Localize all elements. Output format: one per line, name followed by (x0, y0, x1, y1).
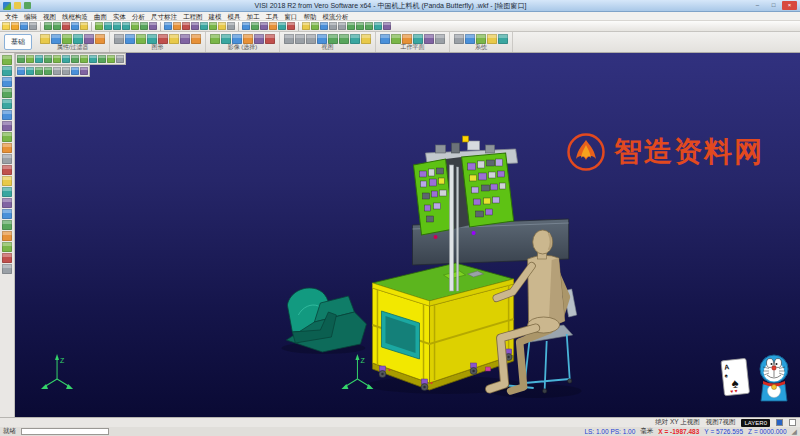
array-icon[interactable] (278, 22, 286, 30)
attribute-edit-icon[interactable] (40, 34, 50, 44)
point-icon[interactable] (2, 66, 12, 76)
snap-origin-icon[interactable] (107, 55, 115, 63)
menu-item-4[interactable]: 线框构造 (59, 12, 91, 21)
match-properties-icon[interactable] (73, 34, 83, 44)
properties-icon[interactable] (62, 34, 72, 44)
view-previous-icon[interactable] (53, 67, 61, 75)
snap-center-icon[interactable] (35, 55, 43, 63)
polyline-icon[interactable] (140, 22, 148, 30)
quick-undo-icon[interactable] (24, 2, 31, 9)
point-icon[interactable] (95, 22, 103, 30)
undo-icon[interactable] (44, 22, 52, 30)
menu-item-14[interactable]: 窗口 (282, 12, 301, 21)
layer-filter-icon[interactable] (84, 34, 94, 44)
scale-icon[interactable] (269, 22, 277, 30)
new-file-icon[interactable] (2, 22, 10, 30)
snap-node-icon[interactable] (80, 55, 88, 63)
solid-icon[interactable] (173, 22, 181, 30)
deselect-all-icon[interactable] (265, 34, 275, 44)
extend-icon[interactable] (2, 176, 12, 186)
snap-perpendicular-icon[interactable] (71, 55, 79, 63)
zoom-window-icon[interactable] (328, 34, 338, 44)
redo-icon[interactable] (53, 22, 61, 30)
snap-tangent-icon[interactable] (62, 55, 70, 63)
select-window-icon[interactable] (210, 34, 220, 44)
machine-table-model[interactable] (372, 263, 513, 390)
close-button[interactable]: × (782, 1, 797, 10)
select-icon[interactable] (2, 55, 12, 65)
zoom-fit-icon[interactable] (339, 34, 349, 44)
zoom-out-icon[interactable] (356, 22, 364, 30)
workplane-xz-icon[interactable] (391, 34, 401, 44)
move-icon[interactable] (2, 209, 12, 219)
units-icon[interactable] (487, 34, 497, 44)
background-icon[interactable] (180, 34, 190, 44)
lighting-icon[interactable] (169, 34, 179, 44)
units-indicator[interactable]: 毫米 (640, 427, 653, 436)
grid-icon[interactable] (465, 34, 475, 44)
transparency-icon[interactable] (147, 34, 157, 44)
snap-quadrant-icon[interactable] (53, 55, 61, 63)
render-icon[interactable] (383, 22, 391, 30)
view-isometric-icon[interactable] (317, 34, 327, 44)
filter-icon[interactable] (51, 34, 61, 44)
snap-off-icon[interactable] (116, 55, 124, 63)
line-icon[interactable] (2, 77, 12, 87)
arc-icon[interactable] (113, 22, 121, 30)
chamfer-icon[interactable] (218, 22, 226, 30)
snap-intersection-icon[interactable] (44, 55, 52, 63)
view-top-icon[interactable] (284, 34, 294, 44)
orbit-view-icon[interactable] (17, 67, 25, 75)
shaded-view-icon[interactable] (125, 34, 135, 44)
shade-toggle-icon[interactable] (80, 67, 88, 75)
settings-icon[interactable] (454, 34, 464, 44)
fillet-icon[interactable] (209, 22, 217, 30)
workplane-3points-icon[interactable] (413, 34, 423, 44)
invert-selection-icon[interactable] (254, 34, 264, 44)
menu-item-6[interactable]: 实体 (110, 12, 129, 21)
pan-view-icon[interactable] (26, 67, 34, 75)
shell-icon[interactable] (227, 22, 235, 30)
menu-item-1[interactable]: 文件 (2, 12, 21, 21)
car-seat-model[interactable] (286, 288, 366, 352)
minimize-button[interactable]: – (750, 1, 765, 10)
circle-icon[interactable] (122, 22, 130, 30)
menu-item-13[interactable]: 工具 (263, 12, 282, 21)
active-view[interactable]: 视图7视图 (706, 418, 736, 427)
zoom-extents-icon[interactable] (44, 67, 52, 75)
previous-view-icon[interactable] (361, 34, 371, 44)
view-iso-icon[interactable] (338, 22, 346, 30)
select-chain-icon[interactable] (221, 34, 231, 44)
extrude-icon[interactable] (182, 22, 190, 30)
view-iso-shortcut-icon[interactable] (71, 67, 79, 75)
zoom-dynamic-icon[interactable] (35, 67, 43, 75)
color-swatch-white[interactable] (789, 419, 796, 426)
workplane-reset-icon[interactable] (435, 34, 445, 44)
menu-item-9[interactable]: 工程图 (180, 12, 206, 21)
quick-save-icon[interactable] (14, 2, 21, 9)
undo-icon[interactable] (2, 264, 12, 274)
print-icon[interactable] (29, 22, 37, 30)
revolve-icon[interactable] (191, 22, 199, 30)
menu-item-16[interactable]: 模流分析 (320, 12, 352, 21)
zoom-fit-icon[interactable] (365, 22, 373, 30)
sweep-icon[interactable] (200, 22, 208, 30)
dimension-icon[interactable] (311, 22, 319, 30)
material-icon[interactable] (191, 34, 201, 44)
cut-icon[interactable] (62, 22, 70, 30)
zoom-in-icon[interactable] (347, 22, 355, 30)
rectangle-icon[interactable] (131, 22, 139, 30)
mirror-icon[interactable] (260, 22, 268, 30)
quick-select-icon[interactable] (95, 34, 105, 44)
scale-icon[interactable] (2, 231, 12, 241)
paste-icon[interactable] (80, 22, 88, 30)
pan-icon[interactable] (374, 22, 382, 30)
array-icon[interactable] (2, 242, 12, 252)
hidden-line-icon[interactable] (136, 34, 146, 44)
copy-icon[interactable] (71, 22, 79, 30)
active-workplane[interactable]: 绝对 XY 上视图 (655, 418, 700, 427)
menu-item-2[interactable]: 编辑 (21, 12, 40, 21)
move-icon[interactable] (242, 22, 250, 30)
command-input[interactable] (21, 428, 109, 435)
snap-mid-icon[interactable] (26, 55, 34, 63)
